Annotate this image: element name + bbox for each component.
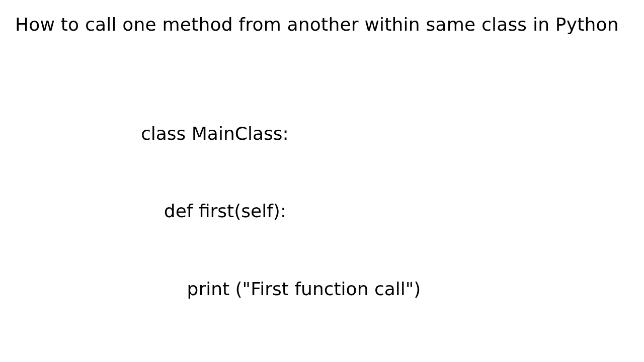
code-line: print ("First function call") — [141, 276, 644, 302]
code-block: class MainClass: def first(self): print … — [141, 69, 644, 362]
page-title: How to call one method from another with… — [0, 0, 644, 35]
code-line: class MainClass: — [141, 121, 644, 146]
code-line: def first(self): — [141, 198, 644, 224]
